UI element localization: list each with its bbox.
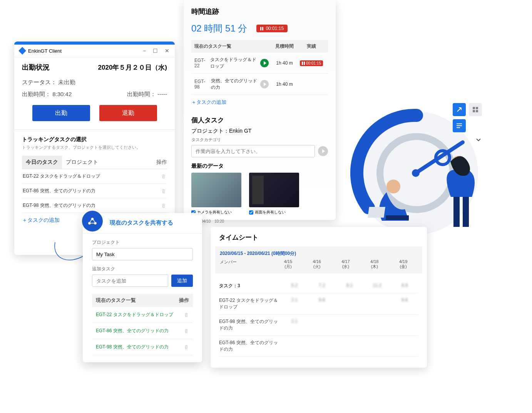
checkin-label: 出勤時間： [22,91,51,97]
day-column: 4/16(火) [303,259,331,270]
popup-task-row[interactable]: EGT-98 突然、全てのグリッドの力 [92,339,193,355]
play-button[interactable] [260,80,269,88]
tool-grid-button[interactable] [469,103,482,116]
task-id: EGT-98 [194,79,209,90]
timesheet-cell [336,318,363,331]
share-tasks-popup: 現在のタスクを共有する プロジェクト 追加タスク 追加 現在のタスク一覧 操作 … [83,213,202,362]
attendance-heading: 出勤状況 [22,63,50,72]
project-line: プロジェクト：Enkin GT [191,128,328,135]
screen-thumbnail[interactable] [249,173,299,207]
status-row: ステータス： 未出勤 [22,79,167,86]
checkout-time: 出勤時間： ----- [127,91,167,98]
popup-task-label: EGT-22 タスクをドラッグ＆ドロップ [96,311,173,318]
popup-add-button[interactable]: 追加 [171,275,193,287]
chevron-down-icon[interactable] [475,136,482,145]
timesheet-cell [308,340,336,353]
task-row[interactable]: EGT-22 タスクをドラッグ＆ドロップ [22,169,167,184]
window-titlebar: EnkinGT Client − ☐ ✕ [14,45,175,57]
popup-addtask-label: 追加タスク [92,266,193,272]
timesheet-heading: タイムシート [219,233,418,242]
screen-checkbox-input[interactable] [249,210,253,215]
timesheet-cell: 8.6 [391,297,418,310]
screen-share-checkbox[interactable]: 画面を共有しない [249,210,299,215]
timesheet-cell [391,340,418,353]
screen-share-label: 画面を共有しない [255,210,286,215]
task-content-input[interactable] [191,145,315,157]
trash-icon[interactable] [161,174,166,179]
trash-icon[interactable] [161,188,166,194]
window-maximize-button[interactable]: ☐ [153,48,158,54]
personal-tasks-heading: 個人タスク [191,116,328,125]
snapshot-timestamp: 2020/04/10 10:20 [191,219,328,224]
total-cell: 7.2 [308,283,336,289]
svg-rect-6 [386,215,409,220]
popup-task-row[interactable]: EGT-86 突然、全てのグリッドの力 [92,323,193,339]
arrow-icon [456,107,462,113]
popup-task-label: EGT-98 突然、全てのグリッドの力 [96,344,169,350]
timesheet-cell: 2.1 [281,297,308,310]
timesheet-row: EGT-98 突然、全てのグリッドの力2.1 [219,315,418,336]
pause-icon [302,62,305,65]
snapshot-screen: 画面を共有しない [249,173,299,215]
camera-share-label: カメラを共有しない [197,210,232,215]
task-category-label: タスクカテゴリ [191,137,328,143]
trash-icon[interactable] [184,345,189,350]
tracking-select-title: トラッキングタスクの選択 [22,136,167,143]
trash-icon[interactable] [184,328,189,334]
timesheet-cell [363,297,391,310]
day-column: 4/17(水) [331,259,360,270]
checkout-value: ----- [157,91,167,97]
svg-rect-17 [476,110,478,112]
trash-icon[interactable] [184,312,189,318]
tracking-select-sub: トラッキングするタスク、プロジェクトを選択してください。 [22,145,167,150]
total-cell: 5.2 [281,283,308,289]
popup-project-input[interactable] [92,248,193,260]
timesheet-cell [391,318,418,331]
status-value: 未出勤 [58,79,75,85]
checkin-time: 出勤時間： 8:30:42 [22,91,72,98]
window-close-button[interactable]: ✕ [165,48,169,54]
popup-task-row[interactable]: EGT-22 タスクをドラッグ＆ドロップ [92,307,193,323]
task-name: 突然、全てのグリッドの力 [211,78,260,91]
tab-project[interactable]: プロジェクト [62,156,102,169]
row-timer-badge[interactable]: 00:01:15 [300,60,323,66]
lines-icon [456,123,462,128]
task-id: EGT-22 [194,58,208,68]
checkin-button[interactable]: 出勤 [32,105,90,121]
day-column: 4/18(木) [360,259,389,270]
col-actual: 実績 [298,43,325,50]
svg-point-5 [386,180,400,193]
checkout-button[interactable]: 退勤 [99,105,157,121]
submit-task-button[interactable] [318,146,328,156]
task-label: EGT-98 突然、全てのグリッドの力 [23,202,95,209]
tracking-row: EGT-98突然、全てのグリッドの力1h 40 m [191,74,328,95]
tab-today-tasks[interactable]: 今日のタスク [22,156,62,169]
window-minimize-button[interactable]: − [143,48,146,54]
task-label: EGT-22 タスクをドラッグ＆ドロップ [23,173,100,180]
timesheet-cell [336,297,363,310]
column-ops-label: 操作 [156,159,167,166]
popup-addtask-input[interactable] [92,275,168,287]
task-row[interactable]: EGT-86 突然、全てのグリッドの力 [22,184,167,198]
app-title: EnkinGT Client [28,48,62,54]
tool-arrow-button[interactable] [453,103,466,116]
camera-thumbnail[interactable] [191,173,241,207]
timesheet-range: 2020/06/15 - 2020/06/21 (0時間00分) [220,250,418,257]
svg-rect-14 [473,107,475,109]
status-label: ステータス： [22,79,57,85]
popup-task-label: EGT-86 突然、全てのグリッドの力 [96,328,169,334]
timesheet-task-label: EGT-98 突然、全てのグリッドの力 [219,318,281,331]
play-icon [264,61,266,65]
trash-icon[interactable] [161,203,166,208]
elapsed-time: 02 時間 51 分 [191,22,247,35]
checkout-label: 出勤時間： [127,91,156,97]
tool-lines-button[interactable] [453,119,466,132]
timesheet-cell: 8.6 [308,297,336,310]
timer-badge[interactable]: 00:01:15 [256,25,288,32]
play-button[interactable] [260,59,269,67]
timesheet-cell [363,340,391,353]
col-task-name: 現在のタスク一覧 [194,43,271,50]
timesheet-cell: 2.1 [281,318,308,331]
task-count: タスク：3 [219,283,281,289]
tracking-add-task[interactable]: ＋タスクの追加 [191,95,328,110]
